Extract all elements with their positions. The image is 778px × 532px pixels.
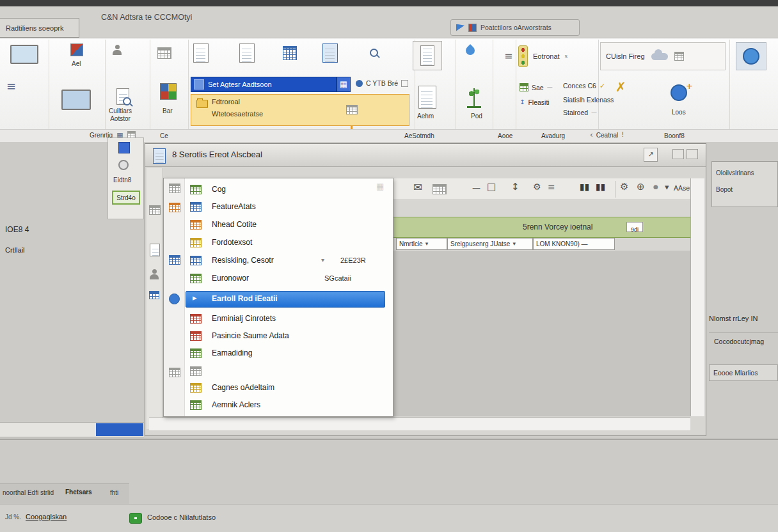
side-line2[interactable]: Cocodocutcjmag (714, 338, 764, 345)
menu-item-label: Nhead Cotite (212, 220, 257, 229)
left-scroll-thumb[interactable] (96, 423, 143, 436)
filter-icon[interactable]: ▾ (665, 183, 669, 191)
find-button[interactable] (370, 49, 378, 57)
redo-icon[interactable]: ↕ (511, 182, 520, 192)
document-button-2[interactable] (239, 43, 255, 63)
strd4o-chip[interactable]: Strd4o (112, 191, 140, 205)
fleasiti-label: Fleasiti (528, 98, 549, 106)
window-title: 8 Serotlis Ereot Alscbeal (172, 150, 262, 159)
tab-radtiliens[interactable]: Radtiliens soeoprk (0, 18, 79, 38)
window-minimize-button[interactable] (672, 149, 684, 159)
blue-document-button[interactable] (322, 43, 338, 63)
columns-icon[interactable]: ▮▮ (580, 182, 589, 191)
dropdown-icon: ▾ (512, 241, 516, 247)
ceatnal-item[interactable]: ‹ Ceatnal ! (590, 131, 624, 139)
aehm-button[interactable] (418, 86, 436, 109)
menu-item-cagnes[interactable]: Cagnes oAdeltaim (164, 379, 392, 396)
menu-item-aemnik[interactable]: Aemnik Aclers (164, 396, 392, 414)
column-header-nmrtlcie[interactable]: Nmrtlcie ▾ (396, 238, 447, 250)
bar-button[interactable] (160, 83, 177, 100)
column-header-label: LOM KNON90) — (536, 240, 588, 247)
app-monitor-button[interactable] (10, 45, 38, 64)
envelope-icon[interactable]: ✉ (413, 182, 422, 193)
sae-option[interactable]: Sae — (520, 83, 553, 91)
side-button[interactable]: Eoooe Mlarlios (709, 364, 778, 381)
status-link[interactable]: Coogaqlskan (26, 513, 67, 520)
contacts-button[interactable] (113, 45, 122, 55)
aesotmdh-item[interactable]: AeSotmdh (404, 132, 434, 139)
fleasiti-option[interactable]: ↕ Fleasiti (520, 98, 550, 106)
horizontal-scrollbar[interactable] (149, 418, 690, 430)
eotronat-button[interactable]: Eotronat s (518, 42, 598, 70)
rail-person-icon[interactable] (150, 274, 159, 279)
menu-item-euronowor[interactable]: Euronowor SGcataii (164, 270, 392, 287)
list-small-icon[interactable]: ≡ (504, 51, 512, 61)
updown-icon: ↕ (520, 99, 525, 106)
globe-icon[interactable]: ⊕ (637, 182, 645, 192)
siatislh-option[interactable]: Siatislh Exlenass (563, 96, 614, 104)
ce-item[interactable]: Ce (160, 132, 168, 139)
vertical-scrollbar[interactable] (690, 178, 704, 416)
info-banner[interactable]: Fdtroroal Wtetoesaetratse (191, 94, 409, 126)
notification-pill[interactable]: Poatctilors oArworstrats (450, 19, 580, 36)
eotronat-label: Eotronat (533, 52, 560, 60)
menu-item-enminialj[interactable]: Enminialj Cinrotets (164, 310, 392, 327)
menu-item-cog[interactable]: Cog (164, 181, 392, 198)
preview-monitor-button[interactable] (61, 90, 91, 110)
side-box: Oloilvslrlnans Bopot (711, 161, 778, 207)
traffic-light-icon (518, 45, 528, 67)
toolbar-right-label[interactable]: AAse (674, 184, 690, 192)
conces-option[interactable]: Conces C6 ✓ (563, 82, 605, 90)
columns-icon[interactable]: ▮▮ (596, 182, 605, 191)
menu-item-nhead-cotite[interactable]: Nhead Cotite (164, 216, 392, 233)
banner-grid-icon (346, 105, 358, 114)
ael-button[interactable]: Ael (68, 43, 90, 67)
menu-item-eamadiding[interactable]: Eamadiding (164, 345, 392, 362)
gear-small-icon[interactable]: ⚙ (533, 182, 541, 191)
address-dropdown-button[interactable]: ▦ (337, 77, 351, 92)
address-input[interactable]: Set Agtesr Aadtsoon (191, 77, 337, 92)
rectangle-icon[interactable]: □ (487, 182, 496, 192)
menu-item-blank[interactable] (164, 363, 392, 380)
aooe-item[interactable]: Aooe (498, 132, 512, 139)
window-popout-button[interactable]: ↗ (644, 148, 658, 162)
menu-item-featureatats[interactable]: FeatureAtats (164, 198, 392, 215)
record-button[interactable] (118, 160, 129, 170)
stairoed-option[interactable]: Stairoed — (563, 109, 597, 116)
menu-item-resiskiing[interactable]: Resiskiing, Cesotr ▾ 2£E23R (164, 252, 392, 269)
ioe8-label: IOE8 4 (5, 225, 29, 234)
status-link-prefix: Jd %. (5, 513, 21, 520)
loos-button[interactable]: + (671, 84, 687, 101)
blue-square-icon[interactable] (118, 142, 130, 153)
column-header-sreigpusenrg[interactable]: Sreigpusenrg JUatse ▾ (447, 238, 533, 250)
tool-button[interactable] (283, 46, 297, 60)
pod-button[interactable] (467, 88, 481, 108)
rail-grid-icon[interactable] (149, 205, 161, 215)
gear-icon[interactable]: ⚙ (620, 182, 628, 192)
search-list-button[interactable] (116, 88, 129, 105)
gold-cross-icon[interactable]: ✗ (615, 81, 626, 93)
band-badge-label: 9di (631, 226, 639, 233)
ytb-item[interactable]: C YTB Bré (356, 79, 408, 87)
framed-document-button[interactable] (413, 41, 442, 70)
ink-button[interactable] (466, 46, 475, 55)
equals-icon[interactable]: ≡ (548, 182, 555, 191)
rail-table-icon[interactable] (149, 291, 159, 299)
column-header-lom[interactable]: LOM KNON90) — (533, 238, 615, 250)
minus-icon[interactable]: — (472, 184, 480, 192)
document-button-1[interactable] (193, 43, 209, 63)
menu-item-eartoll-selected[interactable]: ▸ Eartoll Rod iEeatii (164, 290, 392, 308)
rail-document-icon[interactable] (150, 244, 160, 256)
cuisln-fireg-button[interactable]: CUisln Fireg (600, 42, 726, 70)
menu-item-fordotexsot[interactable]: Fordotexsot (164, 234, 392, 251)
table-icon (190, 383, 202, 393)
window-close-button[interactable] (687, 149, 698, 159)
menu-item-pasincie[interactable]: Pasincie Saume Adata (164, 327, 392, 345)
avadurg-item[interactable]: Avadurg (541, 132, 565, 139)
table-icon (190, 400, 202, 410)
grid-button[interactable] (157, 47, 171, 59)
list-icon[interactable]: ≡ (6, 81, 16, 92)
boonf8-item[interactable]: Boonf8 (664, 132, 685, 139)
card-icon[interactable] (433, 184, 447, 194)
sync-button[interactable] (736, 42, 766, 70)
